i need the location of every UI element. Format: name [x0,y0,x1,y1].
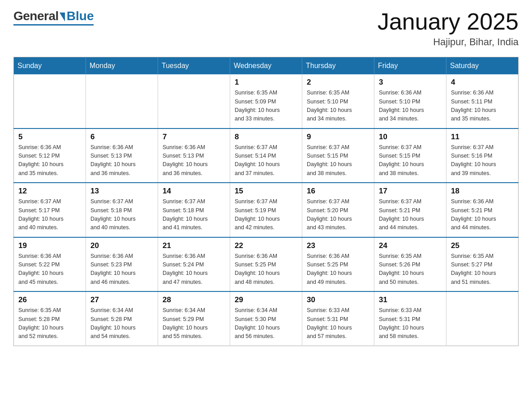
day-number: 9 [307,133,369,141]
day-info: Sunrise: 6:35 AMSunset: 5:28 PMDaylight:… [18,306,81,341]
logo-general-text: General [13,9,59,23]
logo: General Blue [13,9,94,26]
logo-blue-text: Blue [67,9,94,23]
calendar-cell: 22Sunrise: 6:36 AMSunset: 5:25 PMDayligh… [230,237,302,292]
calendar-cell: 14Sunrise: 6:37 AMSunset: 5:18 PMDayligh… [158,183,230,237]
calendar-cell: 8Sunrise: 6:37 AMSunset: 5:14 PMDaylight… [230,128,302,183]
calendar-cell: 12Sunrise: 6:37 AMSunset: 5:17 PMDayligh… [14,183,86,237]
day-info: Sunrise: 6:36 AMSunset: 5:10 PMDaylight:… [379,89,442,124]
day-info: Sunrise: 6:34 AMSunset: 5:30 PMDaylight:… [235,306,297,341]
day-info: Sunrise: 6:34 AMSunset: 5:29 PMDaylight:… [163,306,225,341]
day-number: 29 [235,295,297,304]
calendar-cell: 24Sunrise: 6:35 AMSunset: 5:26 PMDayligh… [374,237,446,292]
calendar-cell: 18Sunrise: 6:36 AMSunset: 5:21 PMDayligh… [446,183,519,237]
day-info: Sunrise: 6:37 AMSunset: 5:16 PMDaylight:… [451,143,514,178]
calendar-cell: 17Sunrise: 6:37 AMSunset: 5:21 PMDayligh… [374,183,446,237]
day-info: Sunrise: 6:35 AMSunset: 5:26 PMDaylight:… [379,252,442,287]
day-number: 5 [18,133,81,141]
day-number: 20 [90,241,153,250]
calendar-cell [86,74,158,128]
day-info: Sunrise: 6:36 AMSunset: 5:21 PMDaylight:… [451,197,514,232]
day-info: Sunrise: 6:36 AMSunset: 5:25 PMDaylight:… [235,252,297,287]
day-number: 22 [235,241,297,250]
day-info: Sunrise: 6:37 AMSunset: 5:21 PMDaylight:… [379,197,442,232]
day-info: Sunrise: 6:34 AMSunset: 5:28 PMDaylight:… [90,306,153,341]
calendar-cell: 16Sunrise: 6:37 AMSunset: 5:20 PMDayligh… [302,183,374,237]
day-number: 19 [18,241,81,250]
day-info: Sunrise: 6:37 AMSunset: 5:15 PMDaylight:… [307,143,369,178]
calendar-header-sunday: Sunday [14,57,86,75]
day-number: 26 [18,295,81,304]
calendar-header-tuesday: Tuesday [158,57,230,75]
day-info: Sunrise: 6:36 AMSunset: 5:25 PMDaylight:… [307,252,369,287]
calendar-week-row: 1Sunrise: 6:35 AMSunset: 5:09 PMDaylight… [14,74,519,128]
calendar-cell [14,74,86,128]
day-number: 25 [451,241,514,250]
calendar-cell: 26Sunrise: 6:35 AMSunset: 5:28 PMDayligh… [14,291,86,346]
calendar-week-row: 26Sunrise: 6:35 AMSunset: 5:28 PMDayligh… [14,291,519,346]
calendar-week-row: 19Sunrise: 6:36 AMSunset: 5:22 PMDayligh… [14,237,519,292]
day-number: 3 [379,78,442,87]
calendar-cell [446,291,519,346]
calendar-cell: 9Sunrise: 6:37 AMSunset: 5:15 PMDaylight… [302,128,374,183]
day-number: 15 [235,187,297,196]
calendar-cell: 10Sunrise: 6:37 AMSunset: 5:15 PMDayligh… [374,128,446,183]
day-info: Sunrise: 6:37 AMSunset: 5:19 PMDaylight:… [235,197,297,232]
day-info: Sunrise: 6:35 AMSunset: 5:09 PMDaylight:… [235,89,297,124]
day-number: 23 [307,241,369,250]
calendar-cell [158,74,230,128]
calendar-cell: 2Sunrise: 6:35 AMSunset: 5:10 PMDaylight… [302,74,374,128]
day-number: 2 [307,78,369,87]
calendar-week-row: 12Sunrise: 6:37 AMSunset: 5:17 PMDayligh… [14,183,519,237]
day-number: 10 [379,133,442,141]
calendar-cell: 29Sunrise: 6:34 AMSunset: 5:30 PMDayligh… [230,291,302,346]
calendar-cell: 5Sunrise: 6:36 AMSunset: 5:12 PMDaylight… [14,128,86,183]
day-number: 27 [90,295,153,304]
day-number: 14 [163,187,225,196]
day-info: Sunrise: 6:37 AMSunset: 5:18 PMDaylight:… [90,197,153,232]
calendar-header-wednesday: Wednesday [230,57,302,75]
day-number: 17 [379,187,442,196]
day-info: Sunrise: 6:33 AMSunset: 5:31 PMDaylight:… [307,306,369,341]
day-info: Sunrise: 6:36 AMSunset: 5:13 PMDaylight:… [90,143,153,178]
calendar-cell: 30Sunrise: 6:33 AMSunset: 5:31 PMDayligh… [302,291,374,346]
month-title: January 2025 [378,9,519,34]
day-info: Sunrise: 6:35 AMSunset: 5:10 PMDaylight:… [307,89,369,124]
day-info: Sunrise: 6:33 AMSunset: 5:31 PMDaylight:… [379,306,442,341]
day-number: 11 [451,133,514,141]
calendar-cell: 11Sunrise: 6:37 AMSunset: 5:16 PMDayligh… [446,128,519,183]
day-info: Sunrise: 6:36 AMSunset: 5:23 PMDaylight:… [90,252,153,287]
day-number: 16 [307,187,369,196]
logo-triangle-icon [60,13,65,21]
calendar-week-row: 5Sunrise: 6:36 AMSunset: 5:12 PMDaylight… [14,128,519,183]
day-number: 18 [451,187,514,196]
day-number: 6 [90,133,153,141]
calendar-cell: 21Sunrise: 6:36 AMSunset: 5:24 PMDayligh… [158,237,230,292]
day-info: Sunrise: 6:36 AMSunset: 5:12 PMDaylight:… [18,143,81,178]
calendar-cell: 3Sunrise: 6:36 AMSunset: 5:10 PMDaylight… [374,74,446,128]
calendar-header-thursday: Thursday [302,57,374,75]
calendar-cell: 1Sunrise: 6:35 AMSunset: 5:09 PMDaylight… [230,74,302,128]
day-number: 8 [235,133,297,141]
calendar-header-row: SundayMondayTuesdayWednesdayThursdayFrid… [14,57,519,75]
calendar-cell: 20Sunrise: 6:36 AMSunset: 5:23 PMDayligh… [86,237,158,292]
calendar-cell: 15Sunrise: 6:37 AMSunset: 5:19 PMDayligh… [230,183,302,237]
day-info: Sunrise: 6:35 AMSunset: 5:27 PMDaylight:… [451,252,514,287]
day-info: Sunrise: 6:37 AMSunset: 5:17 PMDaylight:… [18,197,81,232]
day-info: Sunrise: 6:37 AMSunset: 5:18 PMDaylight:… [163,197,225,232]
calendar-cell: 19Sunrise: 6:36 AMSunset: 5:22 PMDayligh… [14,237,86,292]
day-info: Sunrise: 6:37 AMSunset: 5:14 PMDaylight:… [235,143,297,178]
day-number: 13 [90,187,153,196]
day-info: Sunrise: 6:37 AMSunset: 5:20 PMDaylight:… [307,197,369,232]
day-info: Sunrise: 6:36 AMSunset: 5:11 PMDaylight:… [451,89,514,124]
calendar-cell: 6Sunrise: 6:36 AMSunset: 5:13 PMDaylight… [86,128,158,183]
day-number: 4 [451,78,514,87]
calendar-cell: 28Sunrise: 6:34 AMSunset: 5:29 PMDayligh… [158,291,230,346]
calendar-cell: 23Sunrise: 6:36 AMSunset: 5:25 PMDayligh… [302,237,374,292]
day-info: Sunrise: 6:36 AMSunset: 5:22 PMDaylight:… [18,252,81,287]
page-header: General Blue January 2025 Hajipur, Bihar… [13,9,519,48]
calendar-header-friday: Friday [374,57,446,75]
location-subtitle: Hajipur, Bihar, India [378,36,519,48]
calendar-cell: 13Sunrise: 6:37 AMSunset: 5:18 PMDayligh… [86,183,158,237]
calendar-cell: 31Sunrise: 6:33 AMSunset: 5:31 PMDayligh… [374,291,446,346]
